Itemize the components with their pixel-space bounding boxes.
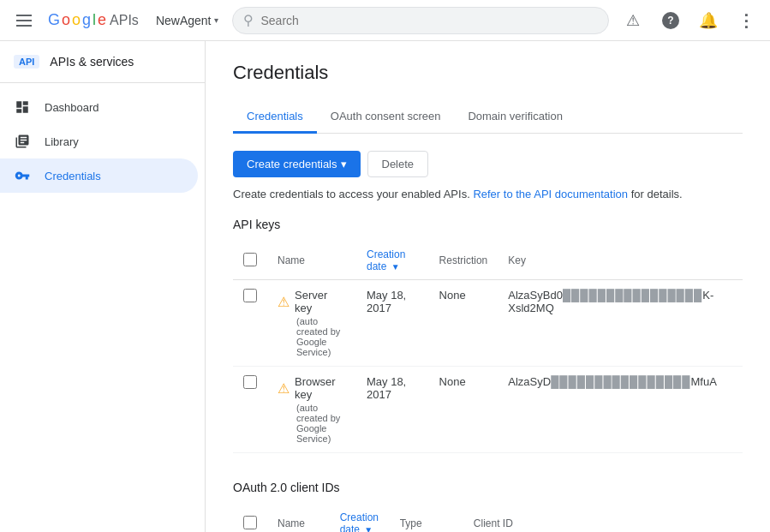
notifications-button[interactable]: 🔔 (691, 3, 725, 38)
sort-arrow-icon: ▼ (391, 262, 400, 272)
col-restriction: Restriction (429, 242, 498, 280)
sidebar-item-dashboard[interactable]: Dashboard (0, 90, 198, 124)
col-creation-date-oauth[interactable]: Creation date ▼ (330, 505, 390, 532)
oauth-section: OAuth 2.0 client IDs Name Creation date … (233, 481, 743, 532)
api-key-value: AlzaSyD████████████████MfuA (498, 367, 743, 453)
sidebar-item-credentials[interactable]: Credentials (0, 158, 198, 193)
col-client-id: Client ID (463, 505, 743, 532)
action-bar: Create credentials ▾ Delete (233, 151, 743, 177)
chevron-down-icon: ▾ (214, 15, 218, 25)
sidebar-label-library: Library (45, 135, 79, 148)
create-credentials-button[interactable]: Create credentials ▾ (233, 151, 361, 177)
tabs: Credentials OAuth consent screen Domain … (233, 101, 743, 134)
key-name: Server key (295, 289, 346, 314)
api-key-date: May 18, 2017 (356, 367, 429, 453)
key-desc: (auto created by Google Service) (278, 403, 346, 444)
info-text: Create credentials to access your enable… (233, 188, 743, 200)
sort-arrow-icon: ▼ (364, 525, 373, 532)
sidebar-label-dashboard: Dashboard (45, 101, 99, 114)
dashboard-icon (14, 99, 31, 116)
create-label: Create credentials (247, 158, 337, 170)
search-bar: ⚲ (232, 7, 609, 34)
col-name: Name (267, 242, 356, 280)
key-blurred: ████████████████ (551, 375, 690, 388)
alert-icon: ⚠ (626, 11, 640, 30)
sidebar: API APIs & services Dashboard Library (0, 41, 206, 532)
sidebar-label-credentials: Credentials (45, 170, 101, 182)
search-input[interactable] (260, 14, 598, 27)
credentials-icon (14, 167, 31, 184)
select-all-api-keys[interactable] (243, 253, 257, 266)
alert-button[interactable]: ⚠ (616, 3, 650, 38)
search-icon: ⚲ (243, 12, 254, 28)
google-logo: Google APIs (48, 11, 139, 29)
key-desc: (auto created by Google Service) (278, 316, 346, 357)
api-key-date: May 18, 2017 (356, 280, 429, 367)
api-keys-table: Name Creation date ▼ Restriction Key (233, 242, 743, 453)
table-row: ⚠ Server key (auto created by Google Ser… (233, 280, 743, 367)
help-button[interactable]: ? (654, 3, 688, 38)
oauth-table: Name Creation date ▼ Type Client ID Web … (233, 505, 743, 532)
sidebar-title: APIs & services (50, 55, 134, 69)
key-blurred: ████████████████ (563, 289, 702, 302)
sidebar-item-library[interactable]: Library (0, 124, 198, 158)
chevron-down-icon: ▾ (341, 158, 347, 170)
delete-button[interactable]: Delete (367, 151, 429, 177)
api-keys-section: API keys Name Creation date ▼ Restrictio… (233, 218, 743, 453)
project-name: NewAgent (156, 14, 212, 27)
warning-icon: ⚠ (278, 380, 289, 397)
menu-button[interactable] (7, 3, 41, 38)
more-button[interactable]: ⋮ (729, 3, 763, 38)
api-key-restriction: None (429, 280, 498, 367)
tab-oauth-consent[interactable]: OAuth consent screen (317, 101, 455, 134)
oauth-title: OAuth 2.0 client IDs (233, 481, 743, 494)
main-layout: API APIs & services Dashboard Library (0, 41, 770, 532)
page-title: Credentials (233, 62, 743, 84)
hamburger-icon (16, 15, 32, 27)
api-key-name-cell: ⚠ Browser key (auto created by Google Se… (267, 367, 356, 453)
content-area: Credentials Credentials OAuth consent sc… (206, 41, 770, 532)
more-icon: ⋮ (737, 10, 755, 31)
topbar-right: ⚠ ? 🔔 ⋮ (616, 3, 763, 38)
info-text-after: for details. (631, 188, 683, 200)
select-all-oauth[interactable] (243, 516, 257, 529)
api-key-name-cell: ⚠ Server key (auto created by Google Ser… (267, 280, 356, 367)
table-row: ⚠ Browser key (auto created by Google Se… (233, 367, 743, 453)
tab-domain-verification[interactable]: Domain verification (454, 101, 576, 134)
library-icon (14, 133, 31, 150)
key-name: Browser key (295, 375, 346, 401)
topbar: Google APIs NewAgent ▾ ⚲ ⚠ ? 🔔 ⋮ (0, 0, 770, 41)
api-keys-title: API keys (233, 218, 743, 231)
help-icon: ? (662, 12, 679, 29)
sidebar-nav: Dashboard Library Credentials (0, 83, 205, 200)
warning-icon: ⚠ (278, 294, 289, 310)
col-creation-date[interactable]: Creation date ▼ (356, 242, 429, 280)
tab-credentials[interactable]: Credentials (233, 101, 317, 134)
api-doc-link[interactable]: Refer to the API documentation (473, 188, 628, 200)
col-type: Type (390, 505, 463, 532)
col-name: Name (267, 505, 330, 532)
project-selector[interactable]: NewAgent ▾ (149, 10, 226, 31)
api-key-restriction: None (429, 367, 498, 453)
row-checkbox[interactable] (243, 375, 257, 389)
sidebar-header: API APIs & services (0, 41, 205, 83)
bell-icon: 🔔 (699, 11, 718, 30)
row-checkbox[interactable] (243, 289, 257, 302)
col-key: Key (498, 242, 743, 280)
api-badge: API (14, 55, 39, 69)
info-text-before: Create credentials to access your enable… (233, 188, 470, 200)
api-key-value: AlzaSyBd0████████████████K-Xsld2MQ (498, 280, 743, 367)
